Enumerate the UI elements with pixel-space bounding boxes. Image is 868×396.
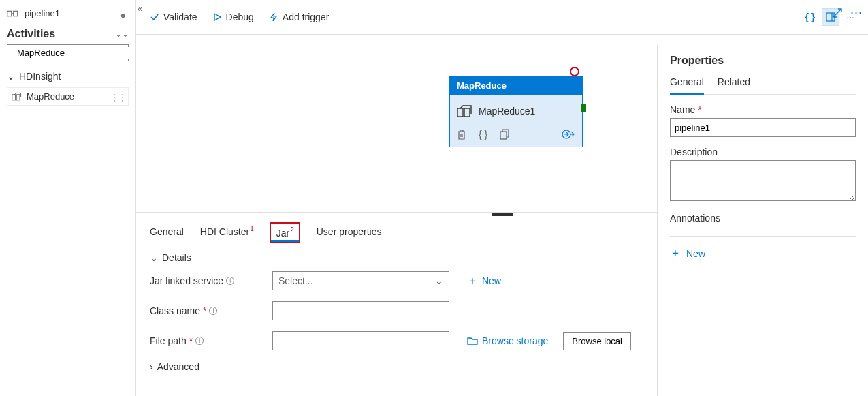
play-icon	[212, 12, 222, 22]
checkmark-icon	[150, 12, 159, 22]
jar-linked-service-select[interactable]: Select... ⌄	[272, 271, 449, 290]
category-hdinsight[interactable]: ⌄ HDInsight	[5, 68, 130, 87]
pipeline-toolbar: Validate Debug Add trigger { } ···	[136, 0, 868, 35]
class-name-label: Class name	[150, 305, 200, 316]
new-linked-service-button[interactable]: ＋ New	[463, 273, 505, 289]
activity-node-mapreduce[interactable]: MapReduce MapReduce1 { }	[449, 76, 583, 147]
info-icon[interactable]: i	[209, 307, 217, 315]
name-label: Name *	[670, 104, 856, 115]
chevron-down-icon: ⌄	[7, 71, 15, 82]
tab-hdi-cluster[interactable]: HDI Cluster1	[200, 219, 253, 243]
more-actions-icon[interactable]: ···	[850, 5, 863, 20]
success-output-icon[interactable]	[562, 130, 575, 139]
svg-rect-6	[16, 94, 20, 100]
success-port-icon[interactable]	[581, 104, 586, 112]
svg-rect-10	[464, 108, 470, 117]
add-trigger-button[interactable]: Add trigger	[269, 12, 329, 22]
tab-general[interactable]: General	[150, 219, 184, 243]
info-icon[interactable]: i	[195, 337, 204, 345]
browse-local-button[interactable]: Browse local	[563, 332, 631, 350]
code-view-icon[interactable]: { }	[805, 12, 816, 22]
tab-jar[interactable]: Jar2	[270, 222, 300, 243]
pipeline-icon	[7, 9, 19, 18]
chevron-right-icon: ›	[150, 361, 153, 372]
annotations-label: Annotations	[670, 213, 856, 224]
tab-user-properties[interactable]: User properties	[317, 219, 382, 243]
debug-button[interactable]: Debug	[212, 12, 254, 22]
activity-search-box[interactable]	[7, 44, 129, 61]
activity-search-input[interactable]	[16, 47, 133, 59]
properties-panel: Properties General Related Name * Descri…	[657, 45, 868, 396]
svg-rect-0	[7, 11, 12, 16]
properties-tab-general[interactable]: General	[670, 76, 704, 95]
node-header: MapReduce	[450, 76, 582, 95]
pipeline-tab-title: pipeline1	[25, 8, 60, 18]
browse-storage-button[interactable]: Browse storage	[463, 335, 552, 347]
delete-icon[interactable]	[457, 129, 466, 140]
plus-icon: ＋	[467, 274, 478, 288]
new-annotation-button[interactable]: ＋ New	[670, 243, 705, 263]
chevron-down-icon: ⌄	[150, 252, 158, 263]
properties-tab-related[interactable]: Related	[718, 76, 750, 94]
activities-heading: Activities	[7, 28, 55, 40]
failure-port-icon[interactable]	[570, 67, 579, 76]
node-name: MapReduce1	[479, 106, 535, 117]
drag-grip-icon: ⋮⋮	[110, 92, 125, 102]
svg-rect-1	[14, 11, 18, 16]
activity-label: MapReduce	[27, 91, 74, 102]
chevrons-down-icon[interactable]: ⌄⌄	[115, 29, 129, 39]
file-path-label: File path	[150, 335, 187, 346]
folder-icon	[467, 337, 478, 345]
jar-linked-service-label: Jar linked service	[150, 275, 223, 286]
pipeline-tab[interactable]: pipeline1 ●	[5, 5, 130, 21]
chevron-down-icon: ⌄	[435, 275, 443, 286]
activity-mapreduce[interactable]: MapReduce ⋮⋮	[7, 87, 129, 106]
svg-rect-5	[12, 94, 16, 100]
category-label: HDInsight	[19, 71, 61, 82]
main-area: ··· Validate Debug Add trigger { } ···	[136, 0, 868, 396]
pipeline-name-input[interactable]	[670, 118, 856, 137]
class-name-input[interactable]	[278, 305, 443, 317]
code-icon[interactable]: { }	[479, 129, 487, 140]
description-label: Description	[670, 147, 856, 157]
plus-icon: ＋	[670, 246, 681, 260]
mapreduce-icon	[457, 104, 472, 118]
properties-title: Properties	[670, 55, 856, 67]
info-icon[interactable]: i	[226, 277, 234, 285]
lightning-icon	[269, 12, 278, 22]
pipeline-description-input[interactable]	[670, 160, 856, 201]
validate-button[interactable]: Validate	[150, 12, 197, 22]
mapreduce-icon	[12, 92, 22, 102]
unsaved-indicator-icon: ●	[120, 10, 126, 20]
top-right-controls: ···	[833, 5, 863, 20]
expand-icon[interactable]	[833, 8, 842, 18]
svg-rect-11	[500, 132, 507, 139]
file-path-input[interactable]	[278, 335, 443, 347]
svg-rect-9	[457, 108, 463, 117]
copy-icon[interactable]	[500, 129, 509, 140]
activities-panel: pipeline1 ● Activities ⌄⌄ « ⌄ HDInsight …	[0, 0, 136, 396]
